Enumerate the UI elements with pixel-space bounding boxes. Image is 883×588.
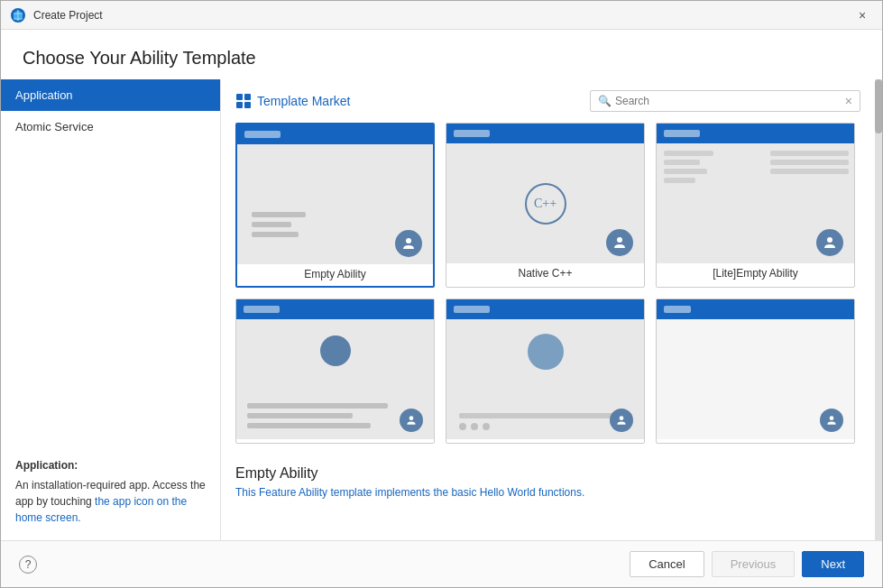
dialog-header: Choose Your Ability Template <box>1 30 882 79</box>
dialog-body: Application Atomic Service Application: … <box>1 79 882 540</box>
template-card-4[interactable] <box>235 299 435 444</box>
title-bar: Create Project × <box>1 1 882 30</box>
footer-right: Cancel Previous Next <box>630 551 864 577</box>
template-card-5[interactable] <box>446 299 645 444</box>
template-market-label: Template Market <box>257 94 350 108</box>
sidebar-item-atomic-service[interactable]: Atomic Service <box>1 111 220 142</box>
lite-empty-badge <box>816 229 843 256</box>
create-project-window: Create Project × Choose Your Ability Tem… <box>0 0 883 588</box>
svg-rect-3 <box>236 102 243 108</box>
template-preview-4 <box>236 299 434 439</box>
next-button[interactable]: Next <box>802 551 864 577</box>
template-preview-6 <box>657 299 854 439</box>
search-input[interactable] <box>615 95 845 107</box>
help-button[interactable]: ? <box>19 556 37 574</box>
templates-grid: Empty Ability C++ <box>235 123 855 455</box>
template-market-button[interactable]: Template Market <box>235 93 350 109</box>
lite-empty-ability-label: [Lite]Empty Ability <box>713 263 798 281</box>
template-preview-5 <box>446 299 644 439</box>
bottom-desc-text: This Feature Ability template implements… <box>235 485 855 501</box>
template-card-lite-empty-ability[interactable]: [Lite]Empty Ability <box>656 123 855 288</box>
title-bar-left: Create Project <box>10 7 103 23</box>
svg-rect-4 <box>244 102 251 108</box>
template-card-6[interactable] <box>656 299 855 444</box>
template-preview-native-cpp: C++ <box>446 124 644 263</box>
template-card-empty-ability[interactable]: Empty Ability <box>235 123 435 288</box>
native-cpp-label: Native C++ <box>518 263 572 281</box>
top-bar: Template Market 🔍 × <box>235 90 860 112</box>
sidebar-desc-body: An installation-required app. Access the… <box>15 477 206 526</box>
main-content: Template Market 🔍 × <box>221 79 875 540</box>
svg-point-7 <box>827 237 832 243</box>
template-card-native-cpp[interactable]: C++ Native C++ <box>446 123 645 288</box>
template-preview-empty-ability <box>237 124 433 264</box>
window-title: Create Project <box>33 9 103 22</box>
app-icon <box>10 7 26 23</box>
bottom-desc-title: Empty Ability <box>235 465 855 482</box>
scrollbar-thumb[interactable] <box>875 79 882 133</box>
close-button[interactable]: × <box>851 5 873 26</box>
sidebar-desc-title: Application: <box>15 459 206 472</box>
bottom-description: Empty Ability This Feature Ability templ… <box>235 455 855 508</box>
svg-point-9 <box>620 416 624 420</box>
template-preview-lite-empty <box>657 124 854 263</box>
search-icon: 🔍 <box>598 95 612 107</box>
search-clear-icon[interactable]: × <box>845 94 852 108</box>
svg-point-6 <box>617 237 622 243</box>
empty-ability-badge <box>395 230 422 257</box>
svg-point-5 <box>406 238 411 243</box>
svg-point-10 <box>830 416 834 420</box>
sidebar: Application Atomic Service Application: … <box>1 79 221 540</box>
dialog-title: Choose Your Ability Template <box>23 48 860 69</box>
previous-button[interactable]: Previous <box>712 551 796 577</box>
cancel-button[interactable]: Cancel <box>630 551 704 577</box>
templates-area: Empty Ability C++ <box>235 123 860 540</box>
svg-rect-2 <box>244 94 251 100</box>
footer-left: ? <box>19 556 37 574</box>
svg-rect-1 <box>236 94 243 100</box>
sidebar-item-application[interactable]: Application <box>1 79 220 111</box>
scrollbar[interactable] <box>875 79 882 540</box>
template-market-icon <box>235 93 252 109</box>
native-cpp-badge <box>606 229 633 256</box>
search-box[interactable]: 🔍 × <box>590 90 860 112</box>
empty-ability-label: Empty Ability <box>304 264 366 282</box>
svg-point-8 <box>409 416 414 420</box>
dialog-footer: ? Cancel Previous Next <box>1 540 882 587</box>
sidebar-description: Application: An installation-required ap… <box>1 445 220 540</box>
